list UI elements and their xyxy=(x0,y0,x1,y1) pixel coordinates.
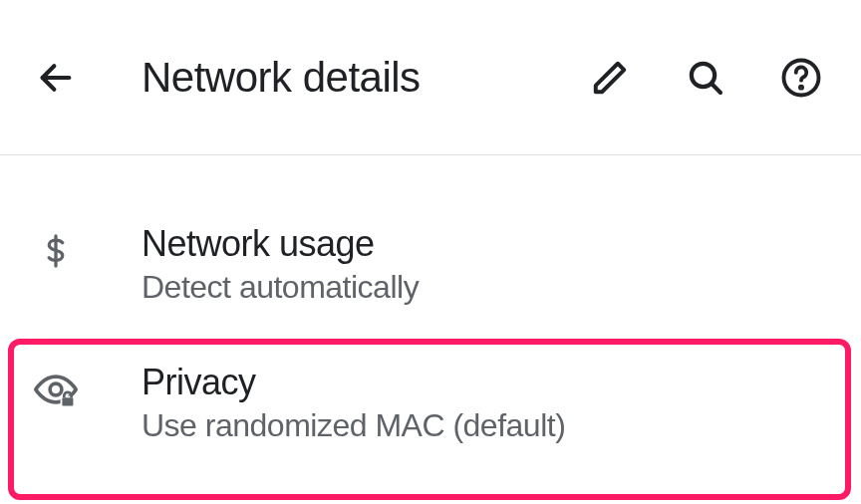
search-icon xyxy=(686,58,725,98)
help-icon xyxy=(780,57,822,99)
setting-privacy[interactable]: Privacy Use randomized MAC (default) xyxy=(0,334,861,472)
pencil-icon xyxy=(591,59,629,97)
setting-title: Privacy xyxy=(142,362,565,403)
back-button[interactable] xyxy=(32,54,80,102)
page-title: Network details xyxy=(142,54,542,102)
setting-network-usage-text: Network usage Detect automatically xyxy=(142,223,419,306)
arrow-back-icon xyxy=(36,58,76,98)
svg-rect-7 xyxy=(62,396,75,406)
help-button[interactable] xyxy=(773,50,829,106)
dollar-icon xyxy=(32,227,80,275)
settings-content: Network usage Detect automatically Priva… xyxy=(0,155,861,472)
setting-subtitle: Use randomized MAC (default) xyxy=(142,407,565,444)
search-button[interactable] xyxy=(678,50,733,106)
svg-point-6 xyxy=(50,383,62,395)
svg-point-4 xyxy=(800,86,802,88)
svg-line-2 xyxy=(712,83,720,92)
edit-button[interactable] xyxy=(582,50,638,106)
setting-network-usage[interactable]: Network usage Detect automatically xyxy=(0,195,861,334)
setting-title: Network usage xyxy=(142,223,419,265)
eye-lock-icon xyxy=(32,366,80,413)
setting-privacy-text: Privacy Use randomized MAC (default) xyxy=(142,362,565,444)
header-bar: Network details xyxy=(0,0,861,155)
setting-subtitle: Detect automatically xyxy=(142,269,419,306)
